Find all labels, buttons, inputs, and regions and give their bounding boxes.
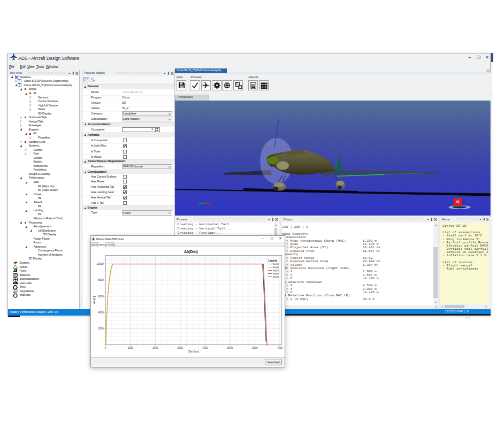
svg-text:Sgt(1): Sgt(1) (272, 266, 279, 268)
svg-text:7000: 7000 (277, 346, 283, 349)
svg-text:Sgt(2): Sgt(2) (272, 269, 279, 272)
svg-text:Alt [m]: Alt [m] (92, 296, 95, 304)
svg-text:10000: 10000 (96, 263, 104, 265)
svg-text:Legend: Legend (268, 259, 277, 262)
svg-text:0: 0 (105, 346, 106, 349)
svg-text:4000: 4000 (202, 346, 208, 349)
svg-text:8000: 8000 (98, 279, 104, 281)
svg-text:6000: 6000 (252, 346, 258, 349)
svg-text:5000: 5000 (227, 346, 233, 349)
svg-text:4000: 4000 (98, 311, 104, 313)
svg-text:6000: 6000 (98, 295, 104, 297)
svg-text:Dist [km]: Dist [km] (188, 349, 199, 352)
svg-text:B: B (456, 200, 459, 204)
svg-text:3000: 3000 (177, 346, 183, 349)
svg-text:2000: 2000 (98, 327, 104, 329)
svg-text:Sgt(3): Sgt(3) (272, 272, 279, 275)
svg-text:Sgt(0): Sgt(0) (272, 263, 279, 265)
svg-text:2000: 2000 (152, 346, 158, 349)
svg-text:1000: 1000 (127, 346, 133, 349)
svg-text:Sgt(4): Sgt(4) (272, 275, 279, 278)
